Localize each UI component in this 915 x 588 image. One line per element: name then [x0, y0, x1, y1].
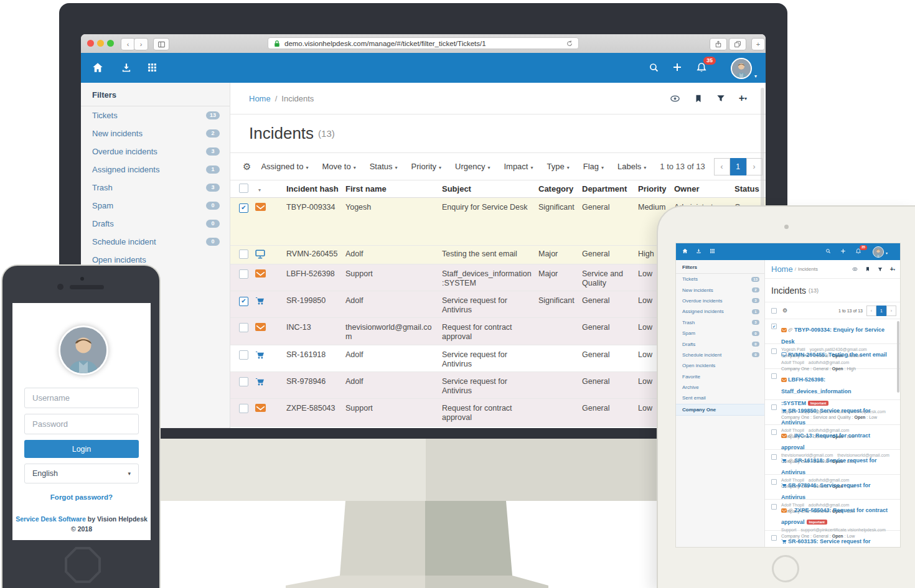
minimize-window-button[interactable]: [97, 40, 104, 47]
page-1-button[interactable]: 1: [876, 306, 886, 316]
ticket-link[interactable]: SR-603135: Service request for Antivirus: [781, 538, 871, 548]
username-field[interactable]: [24, 388, 139, 408]
sidebar-item-overdue-incidents[interactable]: Overdue incidents3: [676, 296, 764, 306]
labels-dropdown[interactable]: Labels: [617, 162, 646, 171]
move-to-dropdown[interactable]: Move to: [322, 162, 355, 171]
apps-grid-icon[interactable]: [147, 62, 157, 73]
row-checkbox[interactable]: [239, 203, 248, 213]
ticket-link[interactable]: RVMN-260455: Testing the sent email: [788, 352, 887, 358]
list-item[interactable]: INC-13: Request for contract approval th…: [765, 425, 901, 450]
list-item[interactable]: TBYP-009334: Enquiry for Service Desk Yo…: [765, 319, 901, 344]
row-checkbox[interactable]: [771, 324, 777, 329]
sidebar-item-assigned-incidents[interactable]: Assigned incidents1: [676, 306, 764, 317]
filter-funnel-icon[interactable]: [878, 267, 883, 272]
row-checkbox[interactable]: [771, 373, 777, 379]
row-checkbox[interactable]: [771, 348, 777, 354]
forgot-password-link[interactable]: Forgot password?: [12, 493, 151, 501]
list-item[interactable]: ZXPE-585043: Request for contract approv…: [765, 500, 901, 531]
breadcrumb-home-link[interactable]: Home: [771, 264, 793, 274]
sidebar-item-schedule-incident[interactable]: Schedule incident0: [81, 233, 230, 251]
select-all-checkbox[interactable]: [771, 308, 777, 314]
sidebar-item-company-one[interactable]: Company One: [676, 404, 764, 416]
add-icon[interactable]: [840, 248, 846, 254]
sidebar-item-overdue-incidents[interactable]: Overdue incidents3: [81, 142, 230, 161]
download-icon[interactable]: [121, 62, 132, 73]
row-checkbox[interactable]: [239, 323, 248, 332]
flag-dropdown[interactable]: Flag: [583, 162, 604, 171]
home-icon[interactable]: [682, 248, 688, 254]
row-checkbox[interactable]: [771, 535, 777, 541]
ticket-link[interactable]: INC-13: Request for contract approval: [781, 432, 870, 450]
assigned-to-dropdown[interactable]: Assigned to: [261, 162, 308, 171]
footer-product-link[interactable]: Service Desk Software: [16, 515, 86, 523]
sidebar-item-drafts[interactable]: Drafts0: [676, 338, 764, 349]
home-icon[interactable]: [92, 62, 103, 73]
next-page-button[interactable]: ›: [746, 158, 762, 175]
ticket-link[interactable]: SR-199850: Service request for Antivirus: [781, 408, 871, 426]
row-checkbox[interactable]: [239, 404, 248, 413]
select-all-checkbox[interactable]: [239, 184, 248, 193]
bookmark-icon[interactable]: [694, 94, 703, 103]
list-item[interactable]: SR-199850: Service request for Antivirus…: [765, 400, 901, 425]
status-dropdown[interactable]: Status: [370, 162, 398, 171]
ticket-link[interactable]: TBYP-009334: Enquiry for Service Desk: [781, 327, 884, 345]
list-item[interactable]: SR-161918: Service request for Antivirus…: [765, 450, 901, 475]
row-checkbox[interactable]: [239, 250, 248, 259]
row-checkbox[interactable]: [239, 377, 248, 386]
search-icon[interactable]: [649, 62, 659, 73]
select-caret-icon[interactable]: ▾: [258, 187, 286, 193]
reload-icon[interactable]: [566, 40, 573, 47]
gear-icon[interactable]: ⚙: [243, 161, 251, 172]
list-item[interactable]: RVMN-260455: Testing the sent email Adol…: [765, 344, 901, 369]
sidebar-item-favorite[interactable]: Favorite: [676, 371, 764, 382]
language-select[interactable]: English ▾: [24, 464, 139, 483]
sidebar-item-open-incidents[interactable]: Open incidents: [676, 360, 764, 371]
close-window-button[interactable]: [87, 40, 94, 47]
sidebar-item-archive[interactable]: Archive: [676, 382, 764, 393]
chevron-down-icon[interactable]: ▾: [886, 251, 888, 255]
row-checkbox[interactable]: [771, 404, 777, 410]
ticket-link[interactable]: SR-978946: Service request for Antivirus: [781, 482, 871, 500]
preview-eye-icon[interactable]: [852, 266, 858, 272]
type-dropdown[interactable]: Type: [547, 162, 569, 171]
sidebar-item-spam[interactable]: Spam0: [676, 328, 764, 338]
sidebar-item-spam[interactable]: Spam0: [81, 197, 230, 215]
prev-page-button[interactable]: ‹: [714, 158, 730, 175]
prev-page-button[interactable]: ‹: [866, 306, 876, 316]
download-icon[interactable]: [696, 248, 702, 254]
next-page-button[interactable]: ›: [886, 306, 896, 316]
chevron-down-icon[interactable]: ▾: [754, 73, 757, 79]
forward-button[interactable]: ›: [134, 38, 148, 50]
priority-dropdown[interactable]: Priority: [411, 162, 441, 171]
row-checkbox[interactable]: [771, 429, 777, 435]
sidebar-item-tickets[interactable]: Tickets13: [81, 106, 230, 124]
bookmark-icon[interactable]: [865, 266, 870, 272]
sidebar-item-sent-email[interactable]: Sent email: [676, 393, 764, 403]
impact-dropdown[interactable]: Impact: [504, 162, 533, 171]
add-filter-icon[interactable]: +▾: [739, 93, 747, 104]
tabs-overview-button[interactable]: [729, 38, 746, 50]
filter-funnel-icon[interactable]: [716, 94, 725, 103]
list-item[interactable]: SR-978946: Service request for Antivirus…: [765, 475, 901, 500]
add-filter-icon[interactable]: +▾: [890, 266, 895, 273]
sidebar-toggle-icon[interactable]: [153, 38, 169, 50]
sidebar-item-trash[interactable]: Trash3: [676, 317, 764, 328]
ticket-link[interactable]: SR-161918: Service request for Antivirus: [781, 457, 877, 475]
back-button[interactable]: ‹: [121, 38, 135, 50]
gear-icon[interactable]: ⚙: [782, 307, 787, 314]
row-checkbox[interactable]: [239, 350, 248, 360]
phone-home-button[interactable]: [65, 547, 101, 583]
row-checkbox[interactable]: [239, 297, 248, 306]
row-checkbox[interactable]: [771, 454, 777, 460]
sidebar-item-new-incidents[interactable]: New incidents2: [81, 124, 230, 142]
sidebar-item-assigned-incidents[interactable]: Assigned incidents1: [81, 161, 230, 179]
user-avatar[interactable]: [731, 58, 752, 79]
list-item[interactable]: SR-603135: Service request for Antivirus…: [765, 531, 901, 548]
scrollbar[interactable]: [897, 321, 899, 393]
share-button[interactable]: [710, 38, 727, 50]
row-checkbox[interactable]: [771, 504, 777, 510]
url-bar[interactable]: demo.visionhelpdesk.com/manage/#/ticket/…: [268, 37, 579, 49]
sidebar-item-tickets[interactable]: Tickets13: [676, 274, 764, 284]
sidebar-item-drafts[interactable]: Drafts0: [81, 215, 230, 233]
urgency-dropdown[interactable]: Urgency: [455, 162, 490, 171]
